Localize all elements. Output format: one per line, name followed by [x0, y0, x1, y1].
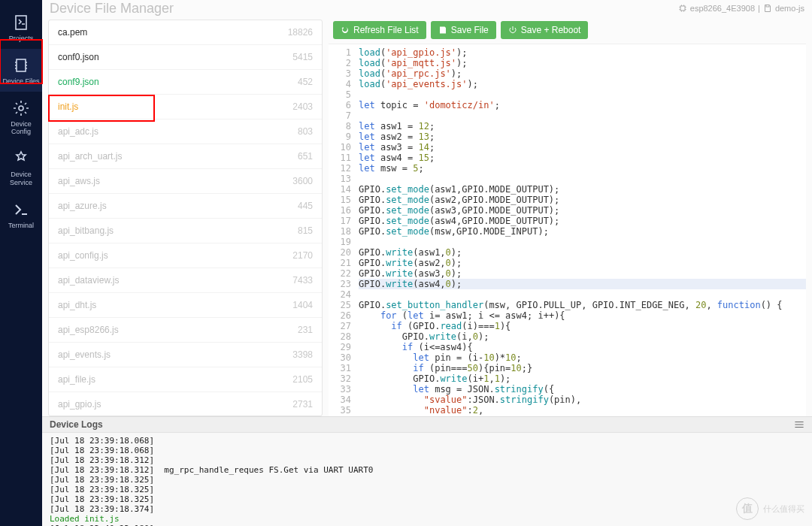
sidebar-item-device-files[interactable]: Device Files	[0, 49, 42, 92]
file-name: api_bitbang.js	[58, 225, 114, 236]
file-size: 231	[298, 325, 313, 335]
logs-header: Device Logs	[42, 417, 812, 433]
file-name: api_gpio.js	[58, 399, 101, 410]
code-gutter: 1234567891011121314151617181920212223242…	[329, 44, 356, 416]
file-row[interactable]: api_gpio.js2731	[49, 392, 322, 416]
sidebar: ProjectsDevice FilesDevice ConfigDevice …	[0, 0, 42, 526]
refresh-button[interactable]: Refresh File List	[333, 21, 426, 39]
file-row[interactable]: api_bitbang.js815	[49, 219, 322, 243]
file-name: api_file.js	[58, 374, 95, 385]
svg-rect-3	[680, 6, 685, 11]
file-name: api_esp8266.js	[58, 325, 119, 335]
save-button[interactable]: Save File	[431, 21, 496, 39]
file-row[interactable]: conf0.json5415	[49, 45, 322, 70]
file-row[interactable]: api_dataview.js7433	[49, 268, 322, 293]
logs-body[interactable]: [Jul 18 23:39:18.068] [Jul 18 23:39:18.0…	[42, 433, 812, 526]
breadcrumb: esp8266_4E3908 | demo-js	[678, 4, 804, 13]
file-size: 2105	[292, 374, 313, 385]
file-size: 7433	[292, 275, 313, 286]
file-row[interactable]: api_aws.js3600	[49, 169, 322, 194]
file-size: 651	[298, 151, 313, 162]
header: Device File Manager esp8266_4E3908 | dem…	[42, 0, 812, 17]
page-title: Device File Manager	[50, 1, 678, 17]
sidebar-item-device-config[interactable]: Device Config	[0, 92, 42, 143]
file-size: 2731	[292, 399, 313, 410]
chip-icon	[678, 4, 687, 13]
file-size: 2170	[292, 250, 313, 261]
crumb-project[interactable]: demo-js	[775, 4, 804, 13]
file-size: 445	[298, 201, 313, 211]
sidebar-item-projects[interactable]: Projects	[0, 6, 42, 49]
svg-rect-4	[766, 5, 769, 8]
device-service-icon	[12, 150, 30, 168]
file-name: api_config.js	[58, 250, 108, 261]
file-name: api_events.js	[58, 349, 111, 360]
file-size: 1404	[292, 300, 313, 310]
save-icon	[763, 4, 772, 13]
file-size: 3398	[292, 349, 313, 360]
file-list-pane: ca.pem18826conf0.json5415conf9.json452in…	[48, 20, 323, 416]
file-list[interactable]: ca.pem18826conf0.json5415conf9.json452in…	[49, 20, 322, 416]
power-icon	[508, 26, 517, 35]
file-size: 815	[298, 225, 313, 236]
sidebar-item-terminal[interactable]: Terminal	[0, 193, 42, 236]
editor-toolbar: Refresh File List Save File Save + Reboo…	[329, 20, 806, 44]
file-name: api_dht.js	[58, 300, 96, 310]
logs-pane: Device Logs [Jul 18 23:39:18.068] [Jul 1…	[42, 416, 812, 526]
menu-icon[interactable]	[794, 421, 804, 428]
code-editor[interactable]: 1234567891011121314151617181920212223242…	[329, 44, 806, 416]
code-lines[interactable]: load('api_gpio.js');load('api_mqtt.js');…	[356, 44, 806, 416]
file-row[interactable]: ca.pem18826	[49, 20, 322, 45]
file-size: 5415	[292, 52, 313, 62]
file-name: api_adc.js	[58, 126, 98, 137]
svg-rect-1	[17, 59, 26, 71]
file-name: init.js	[58, 101, 78, 112]
file-name: api_aws.js	[58, 176, 100, 186]
file-row[interactable]: api_esp8266.js231	[49, 318, 322, 343]
terminal-icon	[12, 201, 30, 219]
sidebar-item-label: Device Files	[2, 77, 39, 86]
file-size: 803	[298, 126, 313, 137]
logs-title: Device Logs	[50, 419, 103, 430]
file-row[interactable]: api_config.js2170	[49, 243, 322, 268]
sidebar-item-label: Device Service	[0, 171, 42, 187]
crumb-device[interactable]: esp8266_4E3908	[690, 4, 755, 13]
file-row[interactable]: api_events.js3398	[49, 343, 322, 367]
file-name: conf9.json	[58, 77, 99, 87]
file-row[interactable]: api_adc.js803	[49, 119, 322, 144]
sidebar-item-label: Device Config	[0, 120, 42, 137]
save-icon	[438, 26, 447, 35]
file-row[interactable]: init.js2403	[49, 95, 322, 119]
projects-icon	[12, 14, 30, 32]
device-config-icon	[12, 99, 30, 117]
device-files-icon	[12, 56, 30, 74]
file-name: api_dataview.js	[58, 275, 119, 286]
svg-point-2	[19, 106, 23, 110]
refresh-icon	[341, 26, 350, 35]
file-size: 18826	[288, 27, 313, 38]
sidebar-item-device-service[interactable]: Device Service	[0, 142, 42, 193]
file-size: 3600	[292, 176, 313, 186]
file-size: 2403	[292, 101, 313, 112]
file-row[interactable]: api_azure.js445	[49, 194, 322, 219]
save-reboot-button[interactable]: Save + Reboot	[501, 21, 589, 39]
file-row[interactable]: api_dht.js1404	[49, 293, 322, 318]
file-row[interactable]: api_arch_uart.js651	[49, 144, 322, 169]
file-row[interactable]: api_file.js2105	[49, 367, 322, 392]
file-name: conf0.json	[58, 52, 99, 62]
sidebar-item-label: Projects	[9, 35, 34, 43]
sidebar-item-label: Terminal	[8, 222, 34, 230]
editor-pane: Refresh File List Save File Save + Reboo…	[329, 20, 806, 416]
file-name: api_arch_uart.js	[58, 151, 122, 162]
file-name: api_azure.js	[58, 201, 107, 211]
file-size: 452	[298, 77, 313, 87]
file-name: ca.pem	[58, 27, 87, 38]
file-row[interactable]: conf9.json452	[49, 70, 322, 95]
